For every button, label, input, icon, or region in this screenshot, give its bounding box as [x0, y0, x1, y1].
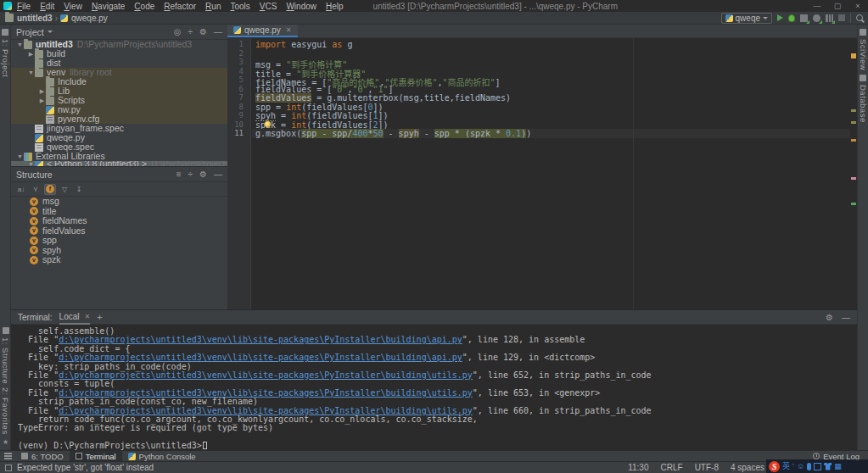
stripe-mark[interactable] — [851, 139, 856, 142]
hide-panel-icon[interactable]: — — [214, 27, 222, 36]
file-link[interactable]: d:\pycharmprojects\untitled3\venv\lib\si… — [59, 335, 462, 344]
filter-icon[interactable]: ▽ — [59, 184, 70, 195]
gear-icon[interactable]: ⚙ — [199, 27, 207, 36]
code-line-7[interactable]: fieldValues = g.multenterbox(msg,title,f… — [252, 93, 850, 103]
coverage-button[interactable] — [800, 14, 808, 22]
tree-arrow-down-icon[interactable]: ▼ — [16, 40, 24, 49]
lang-toggle-icon[interactable]: 英 — [782, 460, 790, 472]
sogou-logo[interactable]: S — [769, 461, 780, 472]
maximize-button[interactable]: ▢ — [827, 2, 848, 10]
expand-all-icon[interactable]: ≡ — [176, 170, 182, 179]
favorites-star-icon[interactable]: ★ — [0, 438, 11, 446]
run-config-dropdown[interactable]: qweqe — [721, 13, 772, 24]
stripe-mark[interactable] — [851, 177, 856, 180]
structure-item-spzk[interactable]: vspzk — [11, 255, 227, 265]
terminal-output[interactable]: self.assemble() File "d:\pycharmprojects… — [11, 325, 857, 450]
code-area[interactable]: import easygui as gmsg = "到手价格计算"title =… — [252, 38, 850, 309]
tab-todo[interactable]: 6: TODO — [15, 451, 70, 462]
emoji-icon[interactable]: ☺ — [797, 460, 804, 472]
show-inherited-icon[interactable]: Y — [30, 184, 42, 195]
gear-icon[interactable]: ⚙ — [826, 313, 833, 322]
stripe-mark[interactable] — [851, 121, 856, 124]
code-line-8[interactable]: spp = int(fieldValues[0]) — [252, 103, 850, 112]
layout-icon[interactable]: ▦ — [834, 460, 842, 472]
tree-item-untitled3[interactable]: ▼untitled3D:\PycharmProjects\untitled3 — [11, 40, 227, 49]
stripe-mark[interactable] — [851, 53, 856, 58]
strip-database-label[interactable]: Database — [859, 85, 868, 123]
close-tab-icon[interactable]: ✕ — [286, 26, 292, 34]
code-line-10[interactable]: spzk = int(fieldValues[2]) — [252, 120, 850, 130]
tree-arrow-down-icon[interactable]: ▼ — [16, 152, 24, 161]
sciview-icon[interactable] — [860, 29, 866, 36]
code-line-2[interactable] — [252, 49, 850, 58]
code-line-4[interactable]: title = "到手价格计算器" — [252, 67, 850, 76]
tree-arrow-down-icon[interactable]: ▼ — [27, 68, 35, 77]
run-button[interactable] — [777, 14, 783, 21]
terminal-tab-local[interactable]: Local ✕ — [59, 310, 91, 325]
close-tab-icon[interactable]: ✕ — [84, 313, 90, 320]
debug-button[interactable] — [788, 14, 795, 22]
file-link[interactable]: d:\pycharmprojects\untitled3\venv\lib\si… — [59, 406, 473, 415]
structure-item-fieldnames[interactable]: vfieldNames — [11, 216, 227, 226]
tree-item-venv[interactable]: ▼venvlibrary root — [11, 68, 227, 77]
tree-item-include[interactable]: Include — [11, 77, 227, 86]
menu-navigate[interactable]: Navigate — [92, 2, 125, 11]
stripe-mark[interactable] — [851, 109, 856, 112]
minimize-button[interactable]: — — [807, 2, 827, 10]
structure-item-msg[interactable]: vmsg — [11, 197, 227, 207]
code-line-3[interactable]: msg = "到手价格计算" — [252, 58, 850, 67]
file-link[interactable]: d:\pycharmprojects\untitled3\venv\lib\si… — [59, 388, 473, 398]
toolwindow-switcher-icon[interactable] — [4, 453, 12, 459]
status-line-ending[interactable]: CRLF — [661, 463, 683, 472]
strip-sciview-label[interactable]: SciView — [859, 39, 868, 70]
file-link[interactable]: d:\pycharmprojects\untitled3\venv\lib\si… — [59, 370, 473, 380]
code-line-1[interactable]: import easygui as g — [252, 40, 850, 49]
gear-icon[interactable]: ⚙ — [199, 170, 207, 179]
menu-window[interactable]: Window — [286, 2, 316, 11]
tree-item-dist[interactable]: dist — [11, 58, 227, 68]
database-icon[interactable] — [860, 75, 866, 81]
sort-alphabetically-icon[interactable]: a↓ — [15, 184, 27, 195]
tree-item-lib[interactable]: ▶Lib — [11, 86, 227, 96]
close-button[interactable]: × — [848, 2, 868, 10]
collapse-all-icon[interactable]: ÷ — [188, 27, 193, 36]
concurrency-button[interactable] — [826, 14, 833, 22]
profiler-button[interactable] — [813, 14, 820, 22]
collapse-all-icon[interactable]: ÷ — [188, 170, 193, 179]
code-line-5[interactable]: fieldNames = ["商品的价格","优惠券价格","商品的折扣"] — [252, 75, 850, 85]
menu-run[interactable]: Run — [205, 2, 221, 11]
new-session-icon[interactable]: + — [97, 312, 102, 322]
status-encoding[interactable]: UTF-8 — [695, 463, 719, 472]
menu-view[interactable]: View — [64, 2, 82, 11]
sogou-ime-toolbar[interactable]: S英’☺▦ — [766, 459, 868, 473]
menu-vcs[interactable]: VCS — [260, 2, 277, 11]
menu-refactor[interactable]: Refactor — [164, 2, 196, 11]
menu-edit[interactable]: Edit — [40, 2, 54, 11]
locate-file-icon[interactable]: ◎ — [174, 27, 182, 36]
microphone-icon[interactable] — [807, 463, 811, 470]
structure-toolwindow-icon[interactable] — [3, 327, 9, 334]
status-indent[interactable]: 4 spaces — [731, 463, 764, 472]
search-everywhere-icon[interactable] — [856, 14, 863, 21]
project-toolwindow-icon[interactable] — [2, 29, 8, 36]
chevron-down-icon[interactable] — [48, 31, 53, 33]
menu-code[interactable]: Code — [134, 2, 154, 11]
menu-tools[interactable]: Tools — [230, 2, 249, 11]
show-fields-icon[interactable]: f — [44, 184, 56, 195]
skin-icon[interactable] — [824, 463, 832, 470]
stripe-mark[interactable] — [851, 203, 856, 205]
tab-terminal[interactable]: Terminal — [70, 451, 122, 462]
editor-tab-qweqe[interactable]: qweqe.py ✕ — [227, 25, 298, 37]
intention-bulb-icon[interactable] — [265, 121, 271, 127]
tab-python-console[interactable]: Python Console — [122, 451, 202, 462]
code-line-6[interactable]: fieldValues = ["0","0","1"] — [252, 85, 850, 94]
autoscroll-icon[interactable]: ↧ — [73, 184, 85, 195]
tree-arrow-right-icon[interactable]: ▶ — [38, 86, 46, 96]
hide-panel-icon[interactable]: — — [842, 313, 850, 322]
tree-arrow-right-icon[interactable]: ▶ — [38, 96, 46, 105]
tree-item-nw-py[interactable]: nw.py — [11, 105, 227, 114]
structure-item-spp[interactable]: vspp — [11, 236, 227, 246]
strip-structure-label[interactable]: 1: Structure — [1, 337, 10, 384]
menu-help[interactable]: Help — [326, 2, 344, 11]
error-stripe[interactable] — [850, 38, 857, 309]
